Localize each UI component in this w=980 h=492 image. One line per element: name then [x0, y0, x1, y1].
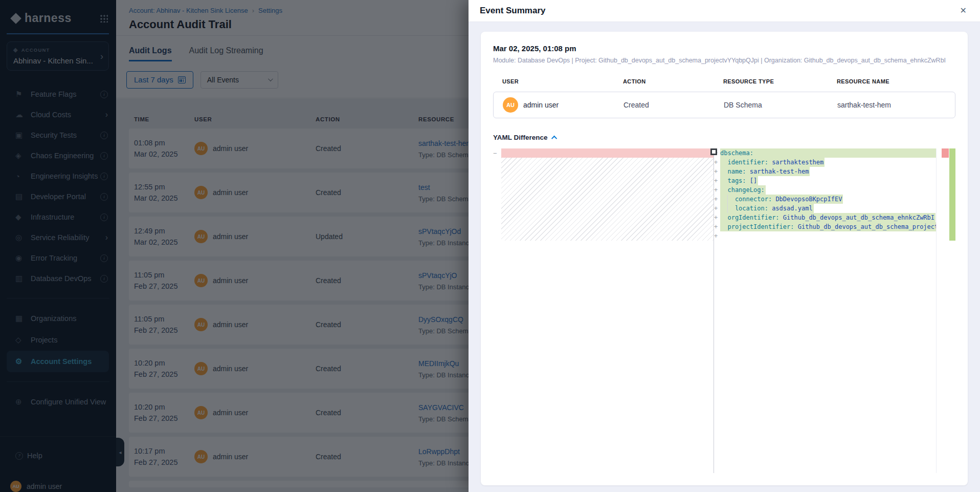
column-action: ACTION [623, 78, 723, 84]
yaml-diff-viewer: − + dbschema: + [493, 148, 955, 473]
yaml-difference-toggle[interactable]: YAML Difference [493, 134, 955, 141]
plus-marker: + [714, 213, 720, 222]
plus-marker: + [714, 231, 720, 241]
chevron-up-icon [551, 135, 556, 141]
diff-original-pane: − [493, 148, 714, 473]
yaml-difference-label: YAML Difference [493, 134, 548, 141]
close-icon[interactable]: ✕ [960, 7, 967, 15]
plus-marker: + [714, 158, 720, 167]
drawer-title: Event Summary [480, 6, 546, 16]
diff-added-line: + identifier: sarthaktesthem [714, 158, 936, 167]
overview-ruler-added-mark[interactable] [949, 148, 955, 241]
event-summary-drawer: Event Summary ✕ Mar 02, 2025, 01:08 pm M… [469, 0, 980, 492]
diff-trailing-line: + [714, 231, 936, 241]
diff-added-line: + tags: [] [714, 176, 936, 185]
diff-added-line: + dbschema: [714, 148, 936, 158]
drawer-body: Mar 02, 2025, 01:08 pm Module: Database … [469, 22, 980, 492]
column-user: USER [493, 78, 623, 84]
event-resource-name: sarthak-test-hem [837, 101, 955, 109]
diff-removed-line: − [493, 148, 714, 158]
plus-marker: + [714, 167, 720, 176]
diff-empty-region [501, 158, 714, 241]
diff-added-line: + projectIdentifier: Github_db_devops_au… [714, 222, 936, 231]
event-table-header: USER ACTION RESOURCE TYPE RESOURCE NAME [493, 78, 955, 84]
drawer-header: Event Summary ✕ [469, 0, 980, 22]
event-user: AU admin user [494, 97, 623, 113]
overview-ruler-removed-mark [942, 148, 949, 158]
column-resource-name: RESOURCE NAME [837, 78, 955, 84]
event-resource-type: DB Schema [724, 101, 837, 109]
diff-added-line: + changeLog: [714, 185, 936, 195]
plus-marker: + [714, 222, 720, 231]
event-row: AU admin user Created DB Schema sarthak-… [493, 92, 955, 118]
avatar: AU [503, 97, 518, 113]
column-resource-type: RESOURCE TYPE [723, 78, 837, 84]
event-scope: Module: Database DevOps | Project: Githu… [493, 57, 955, 64]
diff-scrollbar-boundary [936, 148, 937, 473]
diff-split-handle[interactable] [710, 148, 717, 155]
plus-marker: + [714, 195, 720, 204]
diff-added-line: + location: asdsad.yaml [714, 204, 936, 213]
event-card: Mar 02, 2025, 01:08 pm Module: Database … [481, 32, 968, 485]
plus-marker: + [714, 204, 720, 213]
plus-marker: + [714, 176, 720, 185]
minus-marker: − [493, 148, 501, 158]
diff-added-line: + connector: DbDevopsoBKpcpIfEV [714, 195, 936, 204]
event-action: Created [623, 101, 724, 109]
plus-marker: + [714, 185, 720, 195]
event-timestamp: Mar 02, 2025, 01:08 pm [493, 44, 955, 53]
removed-line-highlight [501, 148, 714, 158]
app-window: harness ◈ ACCOUNT Abhinav - Kitchen Sin.… [0, 0, 980, 492]
diff-modified-pane: + dbschema: + identifier: sarthaktesthem… [714, 148, 936, 473]
diff-added-line: + orgIdentifier: Github_db_devops_aut_db… [714, 213, 936, 222]
indent-guide [727, 195, 728, 213]
diff-added-line: + name: sarthak-test-hem [714, 167, 936, 176]
